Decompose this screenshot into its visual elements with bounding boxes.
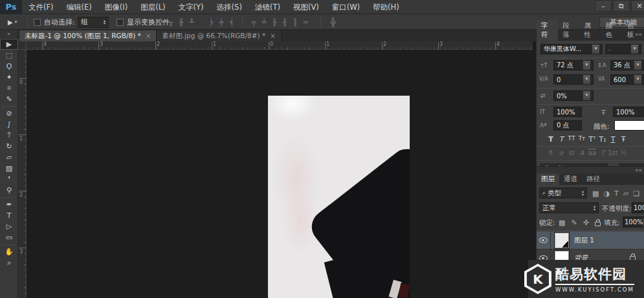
font-family-select[interactable]: 华康黑体W... <box>540 44 603 54</box>
tab-properties[interactable]: 属性 <box>579 20 601 41</box>
lock-paint-icon[interactable]: ✎ <box>571 218 577 227</box>
minimize-button[interactable]: – <box>595 0 612 12</box>
document-canvas[interactable] <box>268 96 410 298</box>
layer-filter-select[interactable]: ⌕ 类型 <box>539 187 587 198</box>
tab-paragraph[interactable]: 段落 <box>558 20 579 41</box>
document-tab-untitled[interactable]: 未标题-1 @ 100% (图层 1, RGB/8) * × <box>19 30 157 41</box>
toolbox-collapse-icon[interactable]: » <box>0 30 17 39</box>
ligatures-button[interactable]: fi <box>546 149 556 156</box>
proportional-spacing-field[interactable]: 0% <box>553 90 594 101</box>
opacity-field[interactable]: 100% <box>632 202 644 213</box>
align-right-icon[interactable]: ╡ <box>227 18 237 27</box>
menu-type[interactable]: 文字(Y) <box>172 0 210 14</box>
magic-wand-tool[interactable]: ✦ <box>0 72 18 83</box>
document-tab-material[interactable]: 素材图.jpg @ 66.7%(RGB/8#) * × <box>157 30 281 41</box>
visibility-cell[interactable] <box>537 231 551 249</box>
fill-field[interactable]: 100% <box>623 217 644 228</box>
strikethrough-button[interactable]: Ŧ <box>618 135 628 144</box>
collapse-panels-icon[interactable]: «« <box>635 167 642 173</box>
type-tool[interactable]: T <box>0 210 18 221</box>
tool-preset-caret-icon[interactable] <box>15 19 17 25</box>
filter-smart-object-icon[interactable]: ❏ <box>633 189 639 198</box>
canvas-viewport[interactable] <box>27 50 533 298</box>
superscript-button[interactable]: Tᵀ <box>587 135 597 144</box>
distribute-vcenter-icon[interactable]: ╧ <box>259 18 269 27</box>
close-button[interactable]: ✕ <box>631 0 644 12</box>
crop-tool[interactable]: ⌗ <box>0 83 18 94</box>
restore-button[interactable]: ⧉ <box>613 0 630 12</box>
menu-layer[interactable]: 图层(L) <box>134 0 172 14</box>
hand-tool[interactable]: ✋ <box>0 246 18 257</box>
ordinal-button[interactable]: 1st <box>608 149 618 156</box>
zoom-tool[interactable]: ⌕ <box>0 257 18 268</box>
healing-brush-tool[interactable]: ⊘ <box>0 108 18 119</box>
subscript-button[interactable]: T₁ <box>597 135 608 144</box>
titling-alternates-button[interactable]: aa <box>587 149 597 156</box>
menu-window[interactable]: 窗口(W) <box>326 0 366 14</box>
vertical-ruler[interactable]: 0 1 2 3 <box>18 50 27 298</box>
filter-type-icon[interactable]: T <box>614 189 619 198</box>
auto-select-checkbox[interactable] <box>34 19 41 26</box>
eraser-tool[interactable]: ▱ <box>0 152 18 163</box>
move-tool[interactable]: ▶ <box>0 39 18 50</box>
align-vcenter-icon[interactable]: ╫ <box>176 18 186 27</box>
fractions-button[interactable]: ½ <box>618 149 628 156</box>
tab-character[interactable]: 字符 <box>537 20 558 41</box>
tab-paths[interactable]: 路径 <box>582 173 605 185</box>
tab-close-icon[interactable]: × <box>146 32 151 39</box>
all-caps-button[interactable]: TT <box>566 135 577 144</box>
align-top-icon[interactable]: ╥ <box>166 18 176 27</box>
ordinals-button[interactable]: T <box>597 149 608 156</box>
font-style-select[interactable]: - <box>605 44 641 54</box>
tab-swatches[interactable]: 色板 <box>623 20 644 41</box>
dodge-tool[interactable]: ⚲ <box>0 185 18 196</box>
marquee-tool[interactable]: ⬚ <box>0 50 18 61</box>
lock-move-icon[interactable]: ✜ <box>583 218 589 227</box>
history-brush-tool[interactable]: ↻ <box>0 141 18 152</box>
baseline-shift-field[interactable]: 0 点 <box>553 120 582 131</box>
align-hcenter-icon[interactable]: ╪ <box>216 18 227 27</box>
lock-transparent-icon[interactable]: ▩ <box>559 218 565 227</box>
auto-select-dropdown[interactable]: 组 <box>78 17 109 28</box>
menu-select[interactable]: 选择(S) <box>210 0 249 14</box>
leading-field[interactable]: 36 点 <box>610 60 644 70</box>
distribute-right-icon[interactable]: ═ <box>300 18 311 27</box>
show-transform-checkbox[interactable] <box>117 19 124 26</box>
collapse-panels-icon[interactable]: «« <box>635 31 642 37</box>
auto-align-layers-icon[interactable]: ╬ <box>327 17 340 27</box>
swash-button[interactable]: σ <box>556 149 566 156</box>
horizontal-ruler[interactable]: 4 3 2 1 0 1 2 3 4 <box>27 41 533 50</box>
tracking-field[interactable]: 600 <box>610 74 644 85</box>
align-bottom-icon[interactable]: ╨ <box>186 18 197 27</box>
blend-mode-select[interactable]: 正常 <box>539 202 599 213</box>
menu-filter[interactable]: 滤镜(T) <box>249 0 287 14</box>
distribute-hcenter-icon[interactable]: ║ <box>290 18 300 27</box>
underline-button[interactable]: T <box>608 135 618 144</box>
lasso-tool[interactable]: Ϙ <box>0 61 18 72</box>
pen-tool[interactable]: ✒ <box>0 199 18 210</box>
vertical-scale-field[interactable]: 100% <box>553 107 582 117</box>
lock-all-icon[interactable] <box>595 222 601 226</box>
eyedropper-tool[interactable]: ✎ <box>0 94 18 105</box>
tab-channels[interactable]: 通道 <box>559 173 582 185</box>
font-size-field[interactable]: 72 点 <box>553 60 594 70</box>
horizontal-scale-field[interactable]: 100% <box>613 107 644 117</box>
kerning-field[interactable]: 0 <box>553 74 594 85</box>
tab-layers[interactable]: 图层 <box>537 173 559 185</box>
distribute-top-icon[interactable]: ╤ <box>249 18 259 27</box>
discretionary-ligatures-button[interactable]: st <box>566 149 577 156</box>
menu-help[interactable]: 帮助(H) <box>366 0 406 14</box>
layer-thumbnail[interactable] <box>555 233 569 248</box>
align-left-icon[interactable]: ╞ <box>206 18 216 27</box>
faux-italic-button[interactable]: T <box>556 135 566 144</box>
tab-color[interactable]: 颜色 <box>601 20 623 41</box>
filter-adjustment-icon[interactable]: ◑ <box>603 189 610 198</box>
filter-pixel-icon[interactable]: ▩ <box>592 189 599 198</box>
layer-name[interactable]: 图层 1 <box>574 236 594 245</box>
path-select-tool[interactable]: ▷ <box>0 221 18 232</box>
menu-view[interactable]: 视图(V) <box>287 0 326 14</box>
blur-tool[interactable]: ❜ <box>0 174 18 185</box>
text-color-swatch[interactable] <box>614 120 644 131</box>
menu-file[interactable]: 文件(F) <box>22 0 60 14</box>
tab-close-icon[interactable]: × <box>270 32 275 39</box>
